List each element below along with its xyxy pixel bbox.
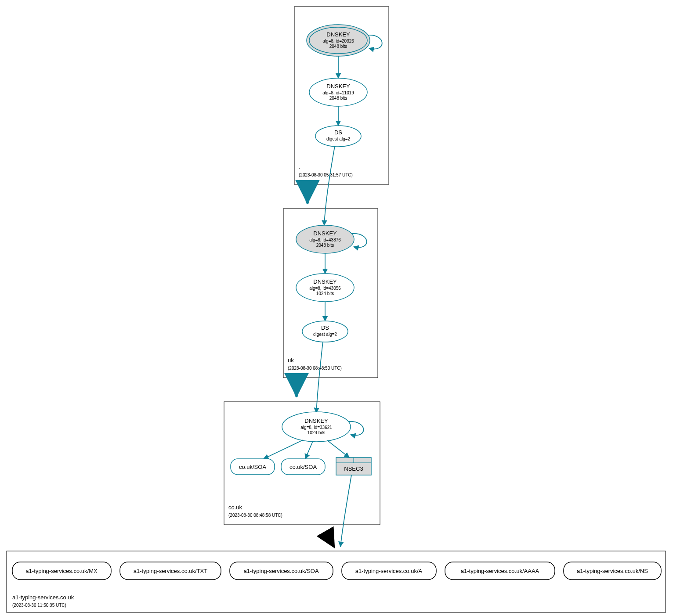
node-root-ds: DS digest alg=2 <box>315 126 361 147</box>
zone-uk: uk (2023-08-30 08:48:50 UTC) DNSKEY alg=… <box>283 146 378 378</box>
node-leaf-txt: a1-typing-services.co.uk/TXT <box>120 562 221 580</box>
zone-uk-label: uk <box>288 357 294 364</box>
edge-coukkey-soa2 <box>305 441 313 459</box>
edge-nsec3-leaf <box>340 475 351 547</box>
zone-hop-root-uk <box>303 191 308 202</box>
svg-text:2048 bits: 2048 bits <box>316 243 334 248</box>
svg-text:co.uk/SOA: co.uk/SOA <box>239 464 266 470</box>
svg-text:DNSKEY: DNSKEY <box>326 31 350 38</box>
svg-rect-38 <box>7 551 666 612</box>
node-uk-ds: DS digest alg=2 <box>302 321 348 342</box>
svg-text:alg=8, id=20326: alg=8, id=20326 <box>322 39 354 43</box>
svg-text:co.uk/SOA: co.uk/SOA <box>289 464 317 470</box>
node-leaf-ns: a1-typing-services.co.uk/NS <box>564 562 661 580</box>
svg-text:NSEC3: NSEC3 <box>344 465 363 472</box>
node-leaf-aaaa: a1-typing-services.co.uk/AAAA <box>445 562 555 580</box>
svg-text:DS: DS <box>321 324 329 331</box>
svg-text:DNSKEY: DNSKEY <box>313 278 337 285</box>
svg-text:DNSKEY: DNSKEY <box>304 418 328 424</box>
svg-text:alg=8, id=11019: alg=8, id=11019 <box>322 90 354 95</box>
zone-root: . (2023-08-30 05:31:57 UTC) DNSKEY alg=8… <box>294 7 389 184</box>
node-uk-zsk: DNSKEY alg=8, id=43056 1024 bits <box>296 274 354 302</box>
node-uk-ksk: DNSKEY alg=8, id=43876 2048 bits <box>296 225 354 253</box>
node-couk-nsec3: NSEC3 <box>336 457 371 475</box>
node-leaf-a: a1-typing-services.co.uk/A <box>342 562 436 580</box>
svg-text:a1-typing-services.co.uk/AAAA: a1-typing-services.co.uk/AAAA <box>461 568 539 574</box>
svg-text:a1-typing-services.co.uk/TXT: a1-typing-services.co.uk/TXT <box>134 568 207 574</box>
edge-ukds-coukkey <box>316 342 323 413</box>
svg-text:alg=8, id=43056: alg=8, id=43056 <box>309 286 341 291</box>
edge-rootds-ukksk <box>324 146 335 225</box>
self-loop-root-ksk <box>368 35 382 49</box>
node-leaf-mx: a1-typing-services.co.uk/MX <box>12 562 111 580</box>
edge-coukkey-nsec <box>327 440 349 457</box>
zone-couk-ts: (2023-08-30 08:48:58 UTC) <box>228 513 282 518</box>
edge-coukkey-soa1 <box>264 440 303 459</box>
zone-leaf: a1-typing-services.co.uk (2023-08-30 11:… <box>7 551 666 612</box>
svg-text:1024 bits: 1024 bits <box>308 430 326 435</box>
svg-text:a1-typing-services.co.uk/MX: a1-typing-services.co.uk/MX <box>25 568 98 574</box>
node-couk-soa2: co.uk/SOA <box>281 459 325 475</box>
zone-couk-label: co.uk <box>228 504 242 511</box>
svg-text:digest alg=2: digest alg=2 <box>326 137 351 141</box>
svg-text:a1-typing-services.co.uk/SOA: a1-typing-services.co.uk/SOA <box>243 568 319 574</box>
svg-text:alg=8, id=43876: alg=8, id=43876 <box>309 238 341 242</box>
dnssec-graph: . (2023-08-30 05:31:57 UTC) DNSKEY alg=8… <box>0 0 673 616</box>
svg-text:2048 bits: 2048 bits <box>329 96 347 101</box>
zone-leaf-label: a1-typing-services.co.uk <box>12 594 74 601</box>
zone-hop-couk-leaf-black <box>325 531 334 547</box>
zone-leaf-ts: (2023-08-30 11:50:35 UTC) <box>12 603 66 608</box>
node-couk-key: DNSKEY alg=8, id=33621 1024 bits <box>282 412 351 442</box>
svg-text:a1-typing-services.co.uk/A: a1-typing-services.co.uk/A <box>355 568 423 574</box>
svg-text:1024 bits: 1024 bits <box>316 291 334 296</box>
node-leaf-soa: a1-typing-services.co.uk/SOA <box>230 562 333 580</box>
svg-text:DNSKEY: DNSKEY <box>326 83 350 90</box>
zone-root-ts: (2023-08-30 05:31:57 UTC) <box>299 173 353 177</box>
svg-text:DNSKEY: DNSKEY <box>313 230 337 237</box>
zone-uk-ts: (2023-08-30 08:48:50 UTC) <box>288 366 342 371</box>
svg-text:alg=8, id=33621: alg=8, id=33621 <box>300 425 332 430</box>
zone-root-label: . <box>299 164 300 170</box>
node-root-zsk: DNSKEY alg=8, id=11019 2048 bits <box>309 78 367 106</box>
zone-hop-uk-couk <box>292 384 297 395</box>
node-couk-soa1: co.uk/SOA <box>231 459 275 475</box>
svg-text:2048 bits: 2048 bits <box>329 44 347 49</box>
self-loop-couk-key <box>349 421 364 436</box>
node-root-ksk: DNSKEY alg=8, id=20326 2048 bits <box>307 25 370 56</box>
svg-text:a1-typing-services.co.uk/NS: a1-typing-services.co.uk/NS <box>577 568 648 574</box>
svg-text:DS: DS <box>334 129 342 136</box>
svg-text:digest alg=2: digest alg=2 <box>313 332 337 337</box>
self-loop-uk-ksk <box>352 234 367 248</box>
